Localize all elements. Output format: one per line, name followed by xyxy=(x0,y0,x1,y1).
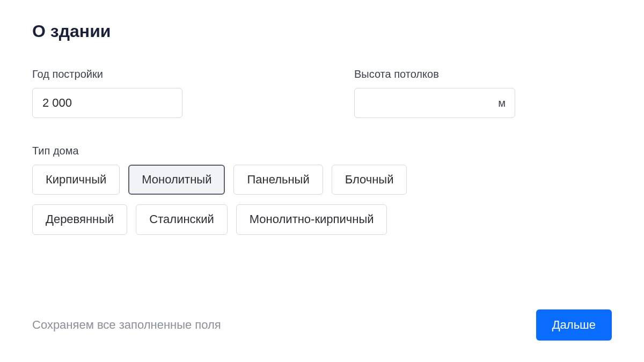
ceiling-height-input[interactable] xyxy=(354,88,515,118)
house-type-option[interactable]: Сталинский xyxy=(136,204,227,234)
house-type-option[interactable]: Блочный xyxy=(332,165,407,195)
house-type-label: Тип дома xyxy=(32,145,612,157)
year-built-input[interactable] xyxy=(32,88,182,118)
house-type-option[interactable]: Монолитно-кирпичный xyxy=(236,204,387,234)
next-button[interactable]: Дальше xyxy=(536,309,612,341)
section-title: О здании xyxy=(32,21,612,41)
house-type-group: Тип дома КирпичныйМонолитныйПанельныйБло… xyxy=(32,145,612,235)
autosave-note: Сохраняем все заполненные поля xyxy=(32,318,221,332)
house-type-option[interactable]: Деревянный xyxy=(32,204,127,234)
ceiling-height-label: Высота потолков xyxy=(354,68,515,80)
ceiling-height-wrap: м xyxy=(354,88,515,118)
form-row-top: Год постройки Высота потолков м xyxy=(32,68,612,118)
house-type-option[interactable]: Кирпичный xyxy=(32,165,120,195)
house-type-option[interactable]: Панельный xyxy=(233,165,323,195)
house-type-option[interactable]: Монолитный xyxy=(128,165,225,195)
year-built-group: Год постройки xyxy=(32,68,182,118)
form-footer: Сохраняем все заполненные поля Дальше xyxy=(32,309,612,341)
house-type-options: КирпичныйМонолитныйПанельныйБлочныйДерев… xyxy=(32,165,472,235)
ceiling-height-group: Высота потолков м xyxy=(354,68,515,118)
year-built-label: Год постройки xyxy=(32,68,182,80)
